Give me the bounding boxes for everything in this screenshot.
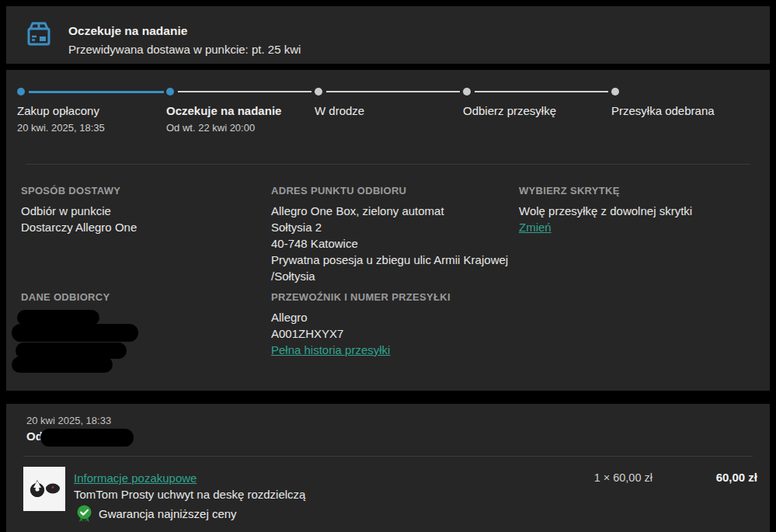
estimated-delivery-text: Przewidywana dostawa w punkcie: pt. 25 k… xyxy=(68,43,301,56)
tracker-dot-paid xyxy=(17,88,25,96)
tracker-dot-received xyxy=(611,88,619,96)
redacted-recipient-line xyxy=(12,356,113,373)
package-icon xyxy=(23,19,54,54)
section-divider xyxy=(26,164,750,165)
redacted-seller-name xyxy=(40,429,134,447)
change-locker-link[interactable]: Zmień xyxy=(519,221,552,234)
redacted-recipient-line xyxy=(12,324,138,342)
guarantee-badge-icon xyxy=(76,505,92,523)
price-guarantee: Gwarancja najniższej ceny xyxy=(76,505,237,523)
recipient-data-block: DANE ODBIORCY xyxy=(21,291,254,309)
shipment-history-link[interactable]: Pełna historia przesyłki xyxy=(271,343,390,356)
guarantee-text: Gwarancja najniższej ceny xyxy=(99,507,237,520)
redacted-recipient-line xyxy=(17,310,99,325)
post-purchase-info-link[interactable]: Informacje pozakupowe xyxy=(74,470,197,486)
quantity-and-unit-price: 1 × 60,00 zł xyxy=(594,471,652,484)
total-price: 60,00 zł xyxy=(716,471,757,484)
tracker-step-paid: Zakup opłacony 20 kwi. 2025, 18:35 xyxy=(17,104,161,134)
tracker-line-4 xyxy=(475,91,608,92)
tracker-dot-in-transit xyxy=(315,88,322,96)
tracking-details-card: Zakup opłacony 20 kwi. 2025, 18:35 Oczek… xyxy=(6,70,770,391)
pickup-address-block: ADRES PUNKTU ODBIORU Allegro One Box, zi… xyxy=(271,185,512,284)
tracker-dot-awaiting-dispatch xyxy=(166,88,174,96)
shipment-status-card: Oczekuje na nadanie Przewidywana dostawa… xyxy=(6,6,770,64)
order-card: 20 kwi 2025, 18:33 Od Informacje pozakup… xyxy=(6,404,770,532)
tracker-line-2 xyxy=(178,91,311,92)
locker-choice-block: WYBIERZ SKRYTKĘ Wolę przesyłkę z dowolne… xyxy=(519,185,752,235)
delivery-method-block: SPOSÓB DOSTAWY Odbiór w punkcie Dostarcz… xyxy=(21,185,254,235)
tracker-step-in-transit: W drodze xyxy=(315,104,458,117)
carrier-block: PRZEWOŹNIK I NUMER PRZESYŁKI Allegro A00… xyxy=(271,291,512,358)
tracker-dot-pickup xyxy=(463,88,471,96)
tracker-step-pickup: Odbierz przesyłkę xyxy=(463,104,607,117)
order-divider xyxy=(23,456,753,457)
product-thumbnail[interactable] xyxy=(23,467,65,511)
tracker-line-3 xyxy=(326,91,460,92)
order-date: 20 kwi 2025, 18:33 xyxy=(26,415,111,426)
tracker-line-1 xyxy=(29,91,164,93)
tracker-step-awaiting-dispatch: Oczekuje na nadanie Od wt. 22 kwi 20:00 xyxy=(166,104,310,134)
tracker-step-received: Przesyłka odebrana xyxy=(611,104,755,117)
product-title: TomTom Prosty uchwyt na deskę rozdzielcz… xyxy=(74,488,305,501)
shipment-status-title: Oczekuje na nadanie xyxy=(68,24,187,38)
